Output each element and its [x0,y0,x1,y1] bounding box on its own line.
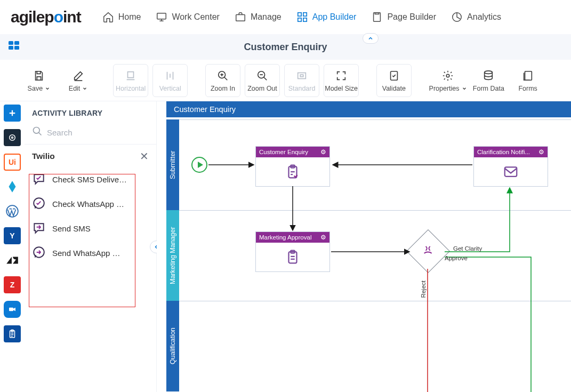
svg-point-22 [12,137,13,139]
model-size-button[interactable]: Model Size [324,64,359,97]
rail-zendesk-icon[interactable] [4,252,21,269]
nav-work-center[interactable]: Work Center [156,11,220,23]
rail-target-icon[interactable] [4,129,21,146]
nav-page-builder[interactable]: Page Builder [371,11,436,23]
lane-qualification: Qualification [166,301,179,391]
briefcase-icon [235,11,246,23]
svg-rect-11 [9,46,13,50]
node-customer-enquiry[interactable]: Customer Enquiry⚙ [255,146,330,187]
gear-icon [442,69,454,83]
close-icon[interactable]: ✕ [140,150,149,163]
pie-icon [451,11,463,23]
edit-icon [73,69,84,83]
svg-rect-16 [300,75,303,77]
zoom-in-button[interactable]: Zoom In [205,64,240,97]
svg-point-18 [446,74,449,77]
validate-icon [388,69,400,83]
lane-submitter: Submitter [166,119,179,210]
logo: agilepoint [11,8,81,26]
svg-rect-2 [297,12,301,15]
nav-analytics[interactable]: Analytics [451,11,501,23]
zoom-out-icon [256,69,268,83]
grid-icon [296,11,308,23]
rail-y-icon[interactable]: Y [4,227,21,244]
svg-point-19 [485,71,493,74]
home-icon [102,11,114,23]
zoom-out-button[interactable]: Zoom Out [245,64,280,97]
canvas[interactable]: Customer Enquiry Submitter Marketing Man… [157,101,571,392]
svg-rect-9 [9,41,13,45]
validate-button[interactable]: Validate [376,64,412,97]
nav-manage[interactable]: Manage [235,11,282,23]
search-icon [32,126,43,139]
gear-icon[interactable]: ⚙ [320,148,326,156]
canvas-title: Customer Enquiry [166,101,571,117]
rail-diamond-icon[interactable] [4,178,21,195]
activity-send-sms[interactable]: Send SMS [25,216,156,241]
svg-rect-24 [9,308,13,311]
nav-app-builder[interactable]: App Builder [296,11,357,23]
save-button[interactable]: Save [21,64,57,97]
page-icon [371,11,383,23]
top-nav: agilepoint Home Work Center Manage App B… [0,0,571,34]
edge-reject: Reject [420,281,427,298]
svg-rect-5 [303,18,307,21]
apps-icon[interactable] [7,39,20,54]
fit-icon [296,69,308,83]
save-icon [33,69,45,83]
forms-icon [522,69,534,83]
form-data-button[interactable]: Form Data [471,64,506,97]
activity-panel: ACTIVITY LIBRARY Twilio ✕ Check SMS Deli… [25,101,157,392]
svg-rect-20 [525,71,532,81]
search-row [25,123,156,145]
align-vertical-icon [164,69,176,83]
svg-point-27 [34,127,40,134]
node-clarification[interactable]: Clarification Notifi...⚙ [473,146,548,187]
svg-rect-15 [298,73,306,79]
edge-get-clarity: Get Clarity [453,245,482,252]
svg-rect-32 [505,167,517,177]
svg-rect-10 [14,41,19,45]
gateway[interactable] [406,229,450,273]
monitor-icon [156,11,167,23]
svg-rect-12 [14,46,19,50]
search-input[interactable] [47,128,149,137]
left-rail: Ui Y Z [0,101,25,392]
standard-button[interactable]: Standard [284,64,319,97]
activity-check-whatsapp[interactable]: Check WhatsApp … [25,191,156,216]
gear-icon[interactable]: ⚙ [538,148,544,156]
group-title: Twilio ✕ [25,145,156,167]
rail-add-icon[interactable] [4,105,21,122]
rail-clipboard-icon[interactable] [4,325,21,342]
title-bar: Customer Enquiry [0,34,571,60]
svg-rect-3 [303,12,307,15]
svg-point-21 [10,135,15,141]
edge-approve: Approve [445,255,468,261]
vertical-button[interactable]: Vertical [152,64,188,97]
activity-check-sms[interactable]: Check SMS Delive… [25,167,156,191]
lane-marketing: Marketing Manager [166,210,179,301]
nav-home[interactable]: Home [102,11,141,23]
start-node[interactable] [191,157,207,173]
align-horizontal-icon [125,69,136,83]
svg-rect-1 [236,14,245,21]
svg-rect-0 [157,13,166,19]
page-title: Customer Enquiry [244,42,327,53]
node-marketing-approval[interactable]: Marketing Approval⚙ [255,231,330,272]
speech-check-icon [32,172,46,186]
forms-button[interactable]: Forms [510,64,545,97]
gear-icon[interactable]: ⚙ [320,234,326,241]
toolbar: Save Edit Horizontal Vertical Zoom In Zo… [0,60,571,101]
zoom-in-icon [217,69,229,83]
speech-arrow-icon [32,221,46,235]
rail-z-icon[interactable]: Z [4,276,21,293]
edit-button[interactable]: Edit [61,64,96,97]
svg-rect-7 [375,12,379,14]
rail-wordpress-icon[interactable] [4,203,21,220]
svg-rect-4 [297,18,301,21]
horizontal-button[interactable]: Horizontal [113,64,148,97]
properties-button[interactable]: Properties [429,64,467,97]
rail-video-icon[interactable] [4,301,21,318]
rail-ui-icon[interactable]: Ui [4,154,21,171]
activity-send-whatsapp[interactable]: Send WhatsApp … [25,241,156,265]
